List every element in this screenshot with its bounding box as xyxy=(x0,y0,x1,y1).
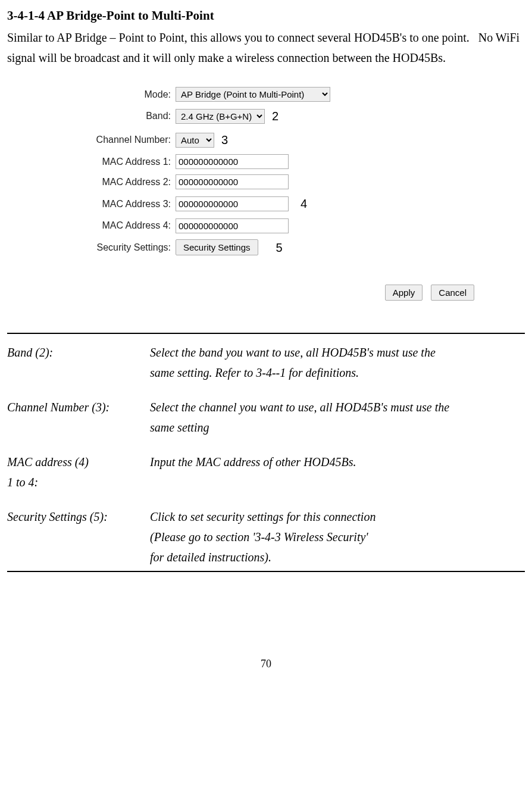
cancel-button[interactable]: Cancel xyxy=(431,285,474,301)
button-row: Apply Cancel xyxy=(52,285,480,301)
row-mac1: MAC Address 1: xyxy=(52,154,480,170)
callout-3: 3 xyxy=(221,130,228,149)
callout-4: 4 xyxy=(301,194,307,213)
mac-term-line1: MAC address (4) xyxy=(7,455,89,468)
security-settings-button[interactable]: Security Settings xyxy=(176,239,258,255)
row-mac2: MAC Address 2: xyxy=(52,174,480,190)
mac-desc: Input the MAC address of other HOD45Bs. xyxy=(150,452,525,492)
page-number: 70 xyxy=(7,655,525,673)
row-security: Security Settings: Security Settings 5 xyxy=(52,238,480,257)
security-label: Security Settings: xyxy=(52,240,176,255)
channel-term: Channel Number (3): xyxy=(7,397,150,438)
row-mac3: MAC Address 3: 4 xyxy=(52,194,480,213)
channel-desc-line1: Select the channel you want to use, all … xyxy=(150,401,449,414)
mac-term-line2: 1 to 4: xyxy=(7,476,38,489)
mac3-input[interactable] xyxy=(176,196,289,211)
mode-label: Mode: xyxy=(52,87,176,102)
mac3-label: MAC Address 3: xyxy=(52,196,176,212)
security-desc-line2: (Please go to section '3-4-3 Wireless Se… xyxy=(150,530,368,543)
band-select[interactable]: 2.4 GHz (B+G+N) xyxy=(176,109,265,124)
callout-2: 2 xyxy=(272,107,278,126)
security-desc: Click to set security settings for this … xyxy=(150,507,525,567)
def-security: Security Settings (5): Click to set secu… xyxy=(7,507,525,567)
divider-bottom xyxy=(7,571,525,572)
callout-5: 5 xyxy=(276,238,283,257)
security-desc-line3: for detailed instructions). xyxy=(150,551,271,564)
config-screenshot: Mode: AP Bridge (Point to Multi-Point) B… xyxy=(52,76,480,318)
row-channel: Channel Number: Auto 3 xyxy=(52,130,480,149)
row-mac4: MAC Address 4: xyxy=(52,218,480,233)
mac1-label: MAC Address 1: xyxy=(52,154,176,170)
band-term: Band (2): xyxy=(7,342,150,383)
section-heading: 3-4-1-4 AP Bridge-Point to Multi-Point xyxy=(7,6,525,26)
mac2-input[interactable] xyxy=(176,174,289,189)
row-band: Band: 2.4 GHz (B+G+N) 2 xyxy=(52,107,480,126)
intro-paragraph: Similar to AP Bridge – Point to Point, t… xyxy=(7,27,525,68)
row-mode: Mode: AP Bridge (Point to Multi-Point) xyxy=(52,87,480,102)
band-label: Band: xyxy=(52,108,176,124)
def-band: Band (2): Select the band you want to us… xyxy=(7,342,525,383)
channel-desc-line2: same setting xyxy=(150,421,209,434)
channel-label: Channel Number: xyxy=(52,132,176,148)
mode-select[interactable]: AP Bridge (Point to Multi-Point) xyxy=(176,87,330,102)
band-desc-line2: same setting. Refer to 3-4--1 for defini… xyxy=(150,366,359,379)
mac-term: MAC address (4) 1 to 4: xyxy=(7,452,150,492)
divider-top xyxy=(7,333,525,334)
security-term: Security Settings (5): xyxy=(7,507,150,567)
definitions-table: Band (2): Select the band you want to us… xyxy=(7,342,525,567)
band-desc: Select the band you want to use, all HOD… xyxy=(150,342,525,383)
mac1-input[interactable] xyxy=(176,154,289,169)
mac4-label: MAC Address 4: xyxy=(52,218,176,233)
band-desc-line1: Select the band you want to use, all HOD… xyxy=(150,346,436,359)
channel-select[interactable]: Auto xyxy=(176,133,214,148)
mac2-label: MAC Address 2: xyxy=(52,174,176,190)
channel-desc: Select the channel you want to use, all … xyxy=(150,397,525,438)
security-desc-line1: Click to set security settings for this … xyxy=(150,510,375,523)
def-mac: MAC address (4) 1 to 4: Input the MAC ad… xyxy=(7,452,525,492)
mac4-input[interactable] xyxy=(176,218,289,233)
apply-button[interactable]: Apply xyxy=(385,285,423,301)
def-channel: Channel Number (3): Select the channel y… xyxy=(7,397,525,438)
